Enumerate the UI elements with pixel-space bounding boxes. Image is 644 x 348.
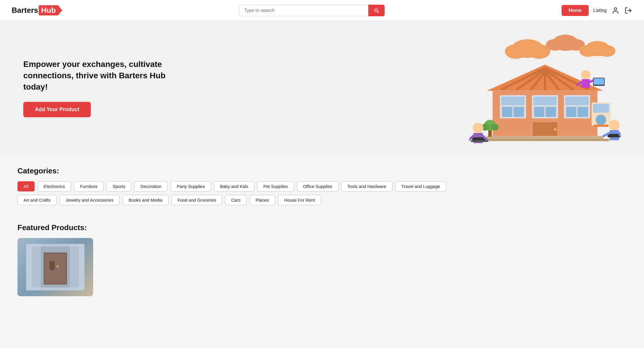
svg-rect-64 xyxy=(45,254,66,283)
categories-title: Categories: xyxy=(17,166,627,175)
svg-point-9 xyxy=(579,45,597,57)
home-button[interactable]: Home xyxy=(562,5,588,16)
svg-rect-35 xyxy=(594,125,608,127)
search-input[interactable] xyxy=(239,5,368,16)
hero-illustration xyxy=(469,33,621,143)
search-button[interactable] xyxy=(368,5,385,16)
category-chip-sports[interactable]: Sports xyxy=(107,181,131,191)
search-icon xyxy=(374,8,379,13)
category-chip-party-supplies[interactable]: Party Supplies xyxy=(171,181,211,191)
logout-icon[interactable] xyxy=(624,6,632,15)
svg-rect-27 xyxy=(514,107,524,117)
categories-section: Categories: AllElectronicsFurnitureSport… xyxy=(0,155,644,214)
svg-point-34 xyxy=(596,115,606,125)
logo-barters-text: Barters xyxy=(12,6,38,15)
svg-rect-30 xyxy=(566,107,576,117)
category-chip-art-and-crafts[interactable]: Art and Crafts xyxy=(17,195,57,205)
category-chip-all[interactable]: All xyxy=(17,181,35,191)
category-chip-decoration[interactable]: Decoration xyxy=(134,181,168,191)
featured-title: Featured Products: xyxy=(17,223,627,232)
product-card[interactable] xyxy=(17,238,93,296)
logo-hub-text: Hub xyxy=(39,5,62,15)
svg-point-0 xyxy=(614,8,617,10)
category-chip-planes[interactable]: Planes xyxy=(250,195,275,205)
svg-rect-36 xyxy=(533,122,557,137)
category-chip-baby-and-kids[interactable]: Baby and Kids xyxy=(214,181,254,191)
category-chip-tools-and-hardware[interactable]: Tools and Hardware xyxy=(341,181,392,191)
svg-rect-31 xyxy=(578,107,588,117)
category-chip-pet-supplies[interactable]: Pet Supplies xyxy=(257,181,294,191)
category-chip-office-supplies[interactable]: Office Supplies xyxy=(297,181,339,191)
svg-point-66 xyxy=(56,265,59,268)
featured-section: Featured Products: xyxy=(0,214,644,305)
category-chip-travel-and-luggage[interactable]: Travel and Luggage xyxy=(395,181,446,191)
category-chip-house-for-rent[interactable]: House For Rent xyxy=(278,195,321,205)
svg-rect-65 xyxy=(49,261,55,270)
hero-tagline: Empower your exchanges, cultivate connec… xyxy=(23,58,175,93)
svg-rect-56 xyxy=(582,79,590,88)
listing-link[interactable]: Listing xyxy=(593,8,607,13)
svg-rect-24 xyxy=(533,97,557,105)
svg-rect-29 xyxy=(546,107,556,117)
category-chip-cars[interactable]: Cars xyxy=(225,195,247,205)
category-chip-jewelry-and-accessories[interactable]: Jewelry and Accessories xyxy=(60,195,120,205)
search-bar xyxy=(239,5,385,16)
category-chip-books-and-media[interactable]: Books and Media xyxy=(123,195,169,205)
svg-rect-39 xyxy=(481,139,609,141)
svg-rect-25 xyxy=(565,97,589,105)
hero-left: Empower your exchanges, cultivate connec… xyxy=(23,58,175,118)
categories-row-1: AllElectronicsFurnitureSportsDecorationP… xyxy=(17,181,627,191)
site-header: Barters Hub Home Listing xyxy=(0,0,644,21)
svg-point-6 xyxy=(546,39,565,51)
svg-point-3 xyxy=(505,44,527,59)
category-chip-furniture[interactable]: Furniture xyxy=(74,181,104,191)
svg-rect-28 xyxy=(534,107,544,117)
add-product-button[interactable]: Add Your Product xyxy=(23,102,91,117)
nav-right: Home Listing xyxy=(562,5,632,16)
product-image-svg xyxy=(26,244,84,290)
svg-point-10 xyxy=(598,45,615,57)
product-card-image xyxy=(17,238,93,296)
hero-section: Empower your exchanges, cultivate connec… xyxy=(0,21,644,155)
category-chip-food-and-groceries[interactable]: Food and Groceries xyxy=(171,195,222,205)
svg-point-50 xyxy=(609,120,620,130)
marketplace-illustration xyxy=(469,33,621,143)
svg-rect-67 xyxy=(26,244,41,290)
svg-rect-47 xyxy=(471,140,488,142)
svg-point-43 xyxy=(491,124,499,131)
svg-point-44 xyxy=(473,123,483,133)
svg-rect-68 xyxy=(70,244,84,290)
categories-row-2: Art and CraftsJewelry and AccessoriesBoo… xyxy=(17,195,627,205)
logo[interactable]: Barters Hub xyxy=(12,5,62,15)
svg-rect-23 xyxy=(501,97,525,105)
svg-point-55 xyxy=(581,70,590,79)
svg-line-54 xyxy=(619,133,621,136)
svg-point-37 xyxy=(554,128,557,131)
svg-rect-26 xyxy=(502,107,512,117)
svg-rect-60 xyxy=(594,78,604,85)
category-chip-electronics[interactable]: Electronics xyxy=(38,181,71,191)
user-profile-icon[interactable] xyxy=(611,6,620,15)
svg-rect-33 xyxy=(593,104,609,113)
